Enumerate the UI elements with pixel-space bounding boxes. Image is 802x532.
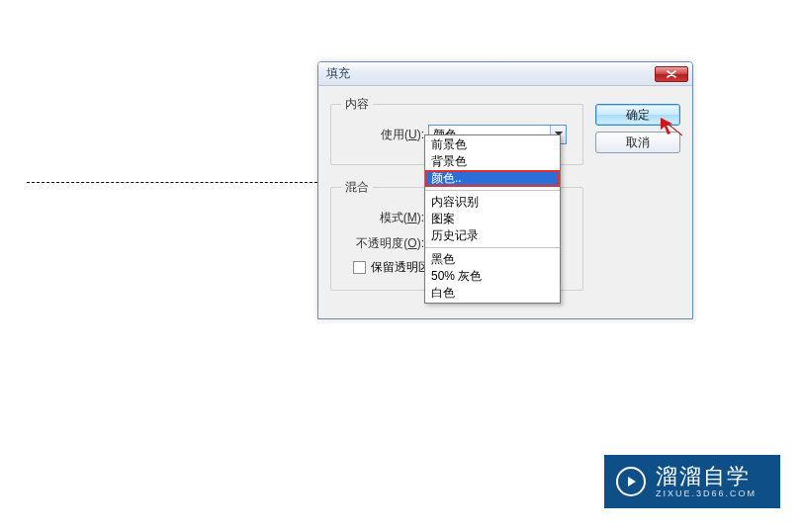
dropdown-section-a: 前景色 背景色 颜色.. bbox=[425, 135, 560, 188]
dropdown-separator bbox=[425, 190, 560, 191]
dropdown-item-selected[interactable]: 颜色.. bbox=[425, 170, 560, 187]
dialog-title: 填充 bbox=[326, 65, 655, 82]
dropdown-item[interactable]: 背景色 bbox=[425, 153, 560, 170]
dashed-guide-line bbox=[27, 182, 327, 183]
badge-main-text: 溜溜自学 bbox=[656, 464, 757, 488]
dropdown-item[interactable]: 黑色 bbox=[425, 251, 560, 268]
dropdown-separator bbox=[425, 247, 560, 248]
watermark-badge: 溜溜自学 ZIXUE.3D66.COM bbox=[604, 455, 780, 508]
use-label: 使用(U): bbox=[341, 127, 428, 143]
preserve-transparency-checkbox[interactable] bbox=[353, 261, 366, 274]
blend-legend: 混合 bbox=[341, 179, 373, 196]
play-icon bbox=[616, 467, 646, 496]
dropdown-item[interactable]: 内容识别 bbox=[425, 194, 560, 211]
content-legend: 内容 bbox=[341, 96, 373, 113]
dropdown-item[interactable]: 前景色 bbox=[425, 136, 560, 153]
close-icon bbox=[667, 70, 676, 78]
cancel-button[interactable]: 取消 bbox=[595, 132, 680, 153]
close-button[interactable] bbox=[655, 66, 688, 82]
dialog-button-group: 确定 取消 bbox=[595, 104, 680, 153]
dropdown-item[interactable]: 图案 bbox=[425, 211, 560, 227]
dropdown-item[interactable]: 白色 bbox=[425, 285, 560, 302]
dropdown-section-c: 黑色 50% 灰色 白色 bbox=[425, 250, 560, 303]
badge-text: 溜溜自学 ZIXUE.3D66.COM bbox=[656, 464, 757, 499]
dropdown-item[interactable]: 50% 灰色 bbox=[425, 268, 560, 285]
titlebar[interactable]: 填充 bbox=[318, 62, 692, 86]
opacity-label: 不透明度(O): bbox=[341, 235, 428, 252]
ok-button[interactable]: 确定 bbox=[595, 104, 680, 126]
dropdown-item[interactable]: 历史记录 bbox=[425, 227, 560, 244]
dropdown-section-b: 内容识别 图案 历史记录 bbox=[425, 193, 560, 245]
use-dropdown-list: 前景色 背景色 颜色.. 内容识别 图案 历史记录 黑色 50% 灰色 白色 bbox=[424, 134, 561, 304]
mode-label: 模式(M): bbox=[341, 210, 428, 226]
svg-marker-2 bbox=[628, 477, 636, 487]
badge-sub-text: ZIXUE.3D66.COM bbox=[656, 488, 757, 498]
